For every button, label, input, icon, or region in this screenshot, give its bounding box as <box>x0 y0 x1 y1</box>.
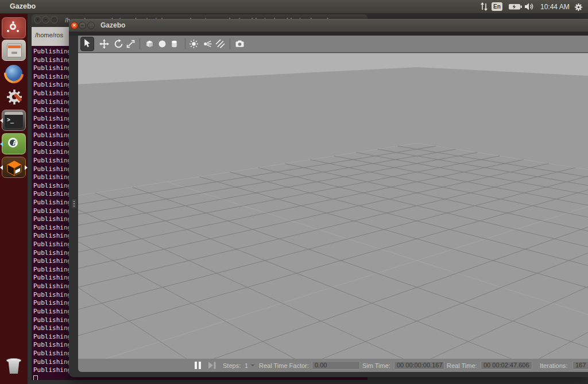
spot-light-icon <box>203 39 212 49</box>
sphere-icon <box>157 39 167 49</box>
launcher-item-firefox[interactable] <box>2 63 26 84</box>
camera-icon <box>235 39 245 49</box>
real-time-label: Real Time: <box>447 362 477 369</box>
screenshot-tool-button[interactable] <box>235 39 245 49</box>
software-running-indicator <box>0 142 3 146</box>
launcher-item-ubuntu-software[interactable]: A <box>2 133 26 154</box>
box-icon <box>145 39 154 49</box>
gazebo-window-title: Gazebo <box>100 21 125 29</box>
gazebo-close-button[interactable]: × <box>71 22 78 29</box>
launcher-item-terminal[interactable]: >_ <box>2 110 26 131</box>
point-light-tool-button[interactable] <box>189 39 199 49</box>
select-tool-button[interactable] <box>80 37 94 51</box>
spot-light-tool-button[interactable] <box>203 39 212 49</box>
desktop: × − □ /home/ros-gazebo/gazebo_tests/ros_… <box>0 0 588 384</box>
gazebo-3d-viewport[interactable] <box>78 52 588 359</box>
iterations-value-box: 167 <box>572 361 588 370</box>
iterations-label: Iterations: <box>540 362 567 369</box>
terminal-maximize-button[interactable]: □ <box>51 16 58 24</box>
launcher-item-system-settings[interactable] <box>2 86 26 107</box>
system-settings-icon <box>5 88 24 106</box>
translate-icon <box>99 39 109 49</box>
network-arrows-icon[interactable] <box>480 2 488 11</box>
rtf-label: Real Time Factor: <box>259 362 309 369</box>
ubuntu-logo-icon <box>10 24 16 30</box>
keyboard-layout-indicator[interactable]: En <box>492 2 502 11</box>
terminal-running-indicator <box>0 118 3 123</box>
step-button[interactable] <box>208 362 216 369</box>
point-light-icon <box>189 39 199 49</box>
gazebo-maximize-button[interactable]: □ <box>87 22 95 29</box>
gazebo-window[interactable]: × − □ Gazebo <box>69 19 588 377</box>
gazebo-toolbar <box>78 36 588 52</box>
select-arrow-icon <box>82 38 92 48</box>
launcher-item-ubuntu-dash[interactable] <box>2 17 26 38</box>
gazebo-statusbar: Steps: 1 Real Time Factor: 0.00 Sim Time… <box>78 359 588 372</box>
launcher-item-files[interactable] <box>2 40 26 61</box>
volume-icon[interactable] <box>524 2 535 11</box>
files-icon <box>7 44 22 57</box>
launcher-item-trash[interactable] <box>2 356 26 378</box>
session-gear-icon[interactable] <box>574 3 583 11</box>
toolbar-separator <box>185 38 185 49</box>
rtf-value-box: 0.00 <box>312 361 360 370</box>
sim-time-label: Sim Time: <box>362 362 390 369</box>
terminal-minimize-button[interactable]: − <box>42 16 49 24</box>
launcher-item-gazebo[interactable] <box>2 157 26 178</box>
gazebo-app-icon <box>6 160 22 176</box>
steps-spinner-arrow[interactable] <box>251 364 254 368</box>
gazebo-minimize-button[interactable]: − <box>79 22 86 29</box>
ground-plane-grid <box>78 53 588 359</box>
gazebo-focused-indicator <box>25 165 28 170</box>
steps-value[interactable]: 1 <box>245 362 248 369</box>
terminal-cursor <box>33 375 38 380</box>
directional-light-tool-button[interactable] <box>215 39 225 49</box>
gazebo-menubar-strip <box>69 32 588 36</box>
terminal-close-button[interactable]: × <box>34 16 41 24</box>
cylinder-icon <box>169 39 179 49</box>
battery-icon[interactable] <box>508 2 523 11</box>
terminal-tab-label[interactable]: /home/ros <box>35 32 63 38</box>
toolbar-separator <box>230 38 230 49</box>
rotate-icon <box>114 39 123 49</box>
unity-launcher: >_ A <box>0 14 28 384</box>
scale-icon <box>126 39 136 49</box>
directional-light-icon <box>215 39 225 49</box>
gazebo-titlebar[interactable]: × − □ Gazebo <box>69 19 588 32</box>
sim-time-value-box: 00 00:00:00.167 <box>394 361 444 370</box>
box-tool-button[interactable] <box>145 39 154 49</box>
panel-splitter-handle[interactable] <box>72 199 76 208</box>
active-app-title[interactable]: Gazebo <box>10 2 36 10</box>
sphere-tool-button[interactable] <box>157 39 167 49</box>
clock[interactable]: 10:44 AM <box>540 3 570 11</box>
top-menubar: Gazebo En 10:44 AM <box>0 0 588 14</box>
real-time-value-box: 00 00:02:47.606 <box>481 361 532 370</box>
translate-tool-button[interactable] <box>99 39 109 49</box>
gazebo-running-indicator <box>0 165 3 170</box>
toolbar-separator <box>140 38 140 49</box>
cylinder-tool-button[interactable] <box>169 39 179 49</box>
rotate-tool-button[interactable] <box>114 39 123 49</box>
steps-label: Steps: <box>223 362 241 369</box>
scale-tool-button[interactable] <box>126 39 136 49</box>
